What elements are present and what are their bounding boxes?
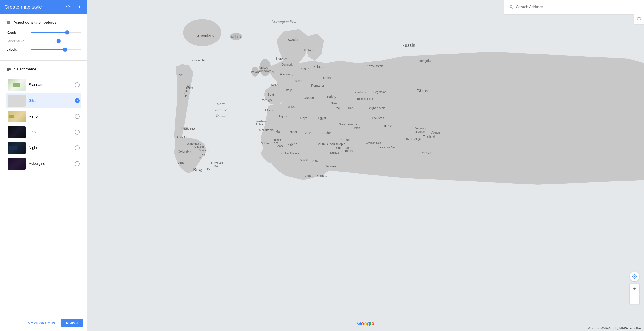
google-logo: Google bbox=[357, 321, 374, 326]
silver-radio bbox=[75, 98, 80, 103]
theme-row-aubergine[interactable]: Aubergine bbox=[6, 156, 81, 171]
night-radio bbox=[75, 146, 80, 150]
labels-fill bbox=[31, 49, 65, 50]
sidebar: Adjust density of features Roads Landmar… bbox=[0, 14, 87, 331]
roads-thumb bbox=[65, 30, 69, 34]
svg-point-17 bbox=[180, 126, 188, 129]
bottom-actions: MORE OPTIONS FINISH bbox=[0, 315, 87, 331]
theme-row-standard[interactable]: Standard bbox=[6, 77, 81, 92]
night-name: Night bbox=[29, 146, 75, 150]
theme-row-night[interactable]: Night bbox=[6, 140, 81, 156]
theme-row-retro[interactable]: Retro bbox=[6, 109, 81, 124]
roads-track bbox=[31, 32, 81, 33]
roads-slider[interactable] bbox=[31, 30, 81, 35]
search-bar bbox=[504, 0, 644, 14]
standard-name: Standard bbox=[29, 83, 75, 87]
theme-row-dark[interactable]: Dark bbox=[6, 124, 81, 140]
aubergine-thumbnail bbox=[8, 158, 26, 170]
landmarks-fill bbox=[31, 41, 58, 42]
theme-title: Select theme bbox=[14, 67, 36, 72]
undo-button[interactable] bbox=[65, 3, 72, 11]
landmarks-track bbox=[31, 41, 81, 42]
labels-slider[interactable] bbox=[31, 47, 81, 52]
minus-icon bbox=[632, 297, 636, 301]
landmarks-density-row: Landmarks bbox=[6, 39, 81, 43]
location-icon bbox=[632, 274, 637, 279]
landmarks-thumb bbox=[56, 39, 60, 43]
retro-name: Retro bbox=[29, 114, 75, 118]
aubergine-radio bbox=[75, 161, 80, 166]
terms-of-use-link[interactable]: Terms of Use bbox=[625, 327, 641, 330]
retro-radio bbox=[75, 114, 80, 119]
landmarks-label: Landmarks bbox=[6, 39, 31, 43]
labels-label: Labels bbox=[6, 48, 31, 52]
location-button[interactable] bbox=[630, 272, 640, 282]
theme-header: Select theme bbox=[6, 67, 81, 72]
roads-fill bbox=[31, 32, 67, 33]
app-title: Create map style bbox=[4, 4, 65, 10]
dark-radio bbox=[75, 130, 80, 135]
labels-thumb bbox=[63, 48, 67, 52]
silver-thumbnail bbox=[8, 95, 26, 106]
silver-name: Silver bbox=[29, 98, 75, 103]
fullscreen-button[interactable] bbox=[634, 14, 644, 24]
more-options-button[interactable]: MORE OPTIONS bbox=[24, 319, 58, 328]
aubergine-name: Aubergine bbox=[29, 162, 75, 166]
fullscreen-icon bbox=[636, 16, 642, 22]
roads-label: Roads bbox=[6, 30, 31, 34]
search-input[interactable] bbox=[516, 5, 640, 9]
roads-density-row: Roads bbox=[6, 30, 81, 35]
zoom-out-button[interactable] bbox=[630, 294, 640, 304]
more-options-icon-button[interactable] bbox=[76, 3, 83, 11]
adjust-density-icon bbox=[6, 20, 11, 25]
density-title: Adjust density of features bbox=[14, 20, 56, 25]
dark-name: Dark bbox=[29, 130, 75, 134]
svg-point-3 bbox=[230, 33, 242, 40]
copyright-text: Map data ©2019 Google, INEGI bbox=[588, 327, 626, 330]
map-controls bbox=[630, 284, 640, 304]
finish-button[interactable]: FINISH bbox=[61, 319, 83, 328]
standard-radio bbox=[75, 82, 80, 87]
map-area: Norwegian Sea Greenland Iceland Russia S… bbox=[87, 0, 644, 331]
labels-track bbox=[31, 49, 81, 50]
retro-thumbnail bbox=[8, 110, 26, 122]
map-svg bbox=[87, 0, 644, 331]
header: Create map style bbox=[0, 0, 87, 14]
dark-thumbnail bbox=[8, 126, 26, 138]
plus-icon bbox=[632, 287, 636, 291]
search-icon bbox=[509, 4, 514, 10]
density-header: Adjust density of features bbox=[6, 20, 81, 25]
labels-density-row: Labels bbox=[6, 47, 81, 52]
night-thumbnail bbox=[8, 142, 26, 154]
svg-point-2 bbox=[183, 19, 221, 46]
theme-row-silver[interactable]: Silver bbox=[6, 93, 81, 108]
svg-point-7 bbox=[252, 67, 259, 76]
landmarks-slider[interactable] bbox=[31, 39, 81, 43]
zoom-in-button[interactable] bbox=[630, 284, 640, 294]
palette-icon bbox=[6, 67, 11, 72]
header-icons bbox=[65, 3, 83, 11]
density-section: Adjust density of features Roads Landmar… bbox=[0, 14, 87, 60]
standard-thumbnail bbox=[8, 79, 26, 91]
theme-section: Select theme Standard Silver Retro bbox=[0, 60, 87, 176]
